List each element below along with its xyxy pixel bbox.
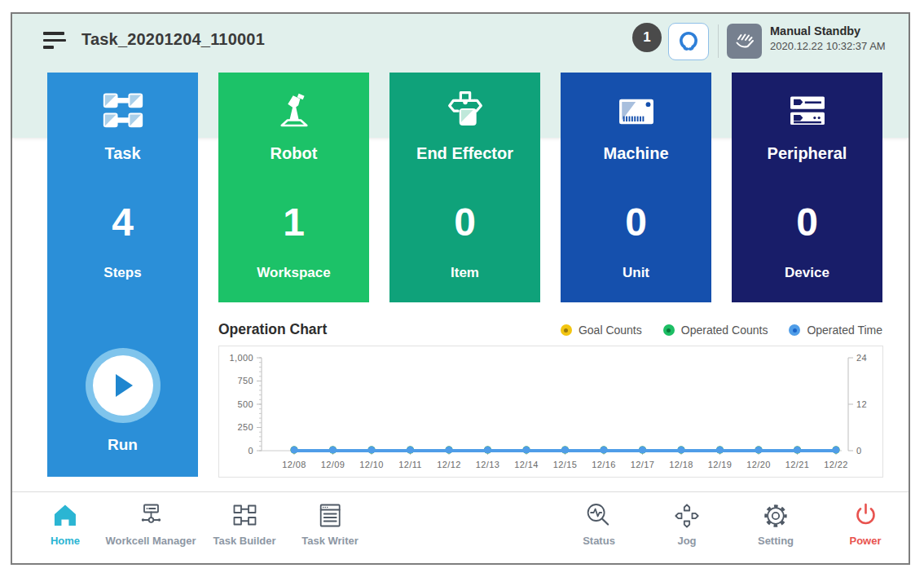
machine-card-count: 0 — [561, 200, 711, 244]
svg-text:12/12: 12/12 — [437, 460, 461, 469]
task-builder-icon — [230, 501, 259, 531]
power-icon — [851, 501, 880, 531]
peripheral-card-count: 0 — [732, 200, 882, 244]
jog-dpad-icon — [672, 501, 702, 531]
svg-text:12/14: 12/14 — [514, 460, 539, 469]
peripheral-card[interactable]: Peripheral 0 Device — [732, 73, 882, 302]
svg-text:12/17: 12/17 — [631, 460, 655, 469]
svg-text:12/10: 12/10 — [359, 460, 384, 469]
task-blocks-icon — [47, 86, 198, 138]
robot-card[interactable]: Robot 1 Workspace — [218, 73, 369, 302]
end-effector-card-unit: Item — [389, 265, 540, 281]
robot-status: Manual Standby 2020.12.22 10:32:37 AM — [770, 24, 886, 52]
setting-gear-icon — [761, 501, 790, 531]
goal-counts-dot-icon — [561, 324, 572, 336]
svg-text:24: 24 — [856, 353, 867, 363]
play-icon — [111, 372, 135, 399]
legend-operated-counts: Operated Counts — [663, 324, 768, 337]
header-divider — [718, 24, 719, 58]
home-icon — [51, 501, 80, 531]
gripper-quick-button[interactable] — [668, 23, 709, 60]
svg-text:12/19: 12/19 — [708, 460, 733, 469]
svg-text:500: 500 — [237, 399, 253, 409]
page-title: Task_20201204_110001 — [81, 30, 265, 49]
svg-text:12/20: 12/20 — [746, 460, 771, 469]
chart-legend: Goal Counts Operated Counts Operated Tim… — [561, 324, 882, 337]
svg-text:12/15: 12/15 — [553, 460, 578, 469]
operation-chart: 02505007501,0000122412/0812/0912/1012/11… — [218, 346, 883, 478]
nav-item-power[interactable]: Power — [849, 501, 881, 547]
manual-hand-icon — [733, 29, 757, 54]
operation-chart-title: Operation Chart — [218, 321, 327, 338]
machine-card[interactable]: Machine 0 Unit — [561, 73, 711, 302]
app-window: Task_20201204_110001 1 Manual Standby 20… — [11, 12, 910, 565]
task-card-title: Task — [47, 144, 198, 163]
robot-card-unit: Workspace — [218, 265, 369, 281]
svg-text:12/09: 12/09 — [321, 460, 345, 469]
gripper-arc-icon — [675, 29, 702, 55]
svg-text:12/13: 12/13 — [476, 460, 500, 469]
peripheral-card-unit: Device — [732, 265, 882, 281]
task-card[interactable]: Task 4 Steps Run — [47, 73, 198, 477]
bottom-navigation: Home Workcell Manager — [12, 491, 909, 563]
end-effector-card-count: 0 — [389, 200, 540, 244]
hamburger-menu-button[interactable] — [43, 32, 68, 53]
robot-mode-button[interactable] — [727, 24, 762, 59]
legend-goal-counts: Goal Counts — [561, 324, 642, 337]
task-card-unit: Steps — [47, 265, 198, 281]
status-icon — [584, 501, 614, 531]
peripheral-card-title: Peripheral — [732, 144, 882, 163]
end-effector-card-title: End Effector — [389, 144, 540, 163]
robot-card-title: Robot — [218, 144, 369, 163]
hamburger-menu-icon — [43, 32, 64, 35]
svg-text:0: 0 — [856, 446, 862, 456]
run-button[interactable] — [86, 348, 161, 423]
machine-card-unit: Unit — [561, 265, 711, 281]
svg-text:12/08: 12/08 — [282, 460, 306, 469]
legend-operated-time: Operated Time — [789, 324, 882, 337]
nav-item-task-builder[interactable]: Task Builder — [213, 501, 275, 547]
system-timestamp: 2020.12.22 10:32:37 AM — [770, 40, 886, 52]
nav-item-workcell-manager[interactable]: Workcell Manager — [105, 501, 196, 547]
operated-counts-dot-icon — [663, 324, 675, 336]
machine-card-title: Machine — [561, 144, 711, 163]
svg-text:12/21: 12/21 — [785, 460, 810, 469]
gripper-claw-icon — [389, 86, 540, 138]
peripheral-server-icon — [732, 86, 882, 138]
svg-text:12/11: 12/11 — [398, 460, 422, 469]
robot-card-count: 1 — [218, 200, 369, 244]
svg-text:12/16: 12/16 — [592, 460, 616, 469]
svg-text:1,000: 1,000 — [229, 353, 253, 363]
end-effector-card[interactable]: End Effector 0 Item — [389, 73, 540, 302]
svg-text:750: 750 — [237, 376, 253, 385]
svg-text:12/18: 12/18 — [669, 460, 693, 469]
operated-time-dot-icon — [789, 324, 800, 336]
robot-mode-label: Manual Standby — [770, 24, 886, 37]
task-card-count: 4 — [47, 200, 198, 244]
robot-arm-icon — [218, 86, 369, 138]
task-writer-icon — [315, 501, 345, 531]
nav-item-jog[interactable]: Jog — [672, 501, 702, 547]
operation-chart-canvas: 02505007501,0000122412/0812/0912/1012/11… — [219, 346, 882, 477]
notification-badge: 1 — [632, 23, 662, 52]
nav-item-setting[interactable]: Setting — [758, 501, 794, 547]
svg-text:12: 12 — [856, 399, 867, 409]
workcell-manager-icon — [136, 501, 165, 531]
nav-item-status[interactable]: Status — [583, 501, 615, 547]
svg-text:12/22: 12/22 — [824, 460, 848, 469]
nav-item-task-writer[interactable]: Task Writer — [301, 501, 359, 547]
svg-text:0: 0 — [248, 446, 253, 456]
svg-text:250: 250 — [237, 422, 253, 432]
nav-item-home[interactable]: Home — [51, 501, 80, 547]
run-button-label: Run — [47, 436, 198, 454]
machine-icon — [561, 86, 711, 138]
